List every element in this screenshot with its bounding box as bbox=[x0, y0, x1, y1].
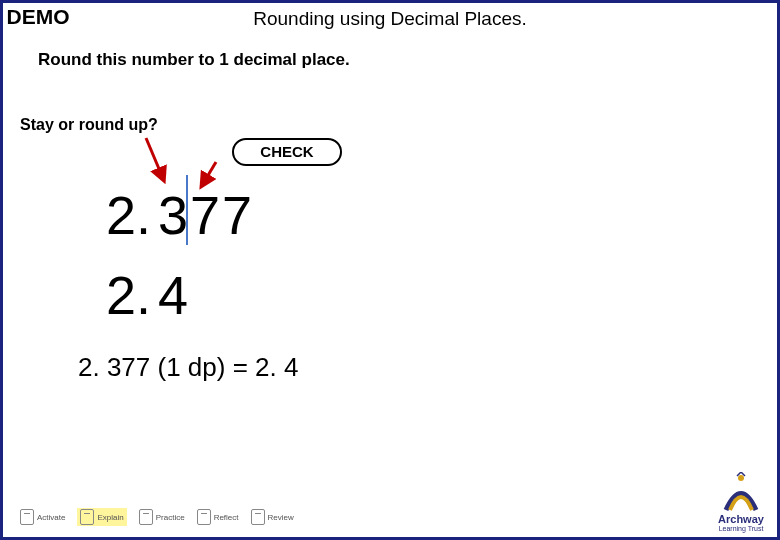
digit-hundredths: 7 bbox=[190, 184, 222, 246]
hint-text: Stay or round up? bbox=[20, 116, 158, 134]
decimal-point: . bbox=[136, 184, 152, 246]
final-statement: 2. 377 (1 dp) = 2. 4 bbox=[78, 352, 298, 383]
svg-point-2 bbox=[738, 475, 744, 481]
doc-icon bbox=[80, 509, 94, 525]
rounded-dot: . bbox=[136, 264, 152, 326]
step-reflect: Reflect bbox=[197, 509, 239, 525]
svg-line-1 bbox=[204, 162, 216, 182]
rounded-tenths: 4 bbox=[158, 264, 190, 326]
logo-name: Archway bbox=[716, 514, 766, 525]
rounded-whole: 2 bbox=[106, 264, 136, 326]
svg-line-0 bbox=[146, 138, 162, 176]
step-review: Review bbox=[251, 509, 294, 525]
doc-icon bbox=[139, 509, 153, 525]
original-number: 2.377 bbox=[106, 184, 254, 246]
digit-whole: 2 bbox=[106, 184, 136, 246]
digit-thousandths: 7 bbox=[222, 184, 254, 246]
archway-logo: Archway Learning Trust bbox=[716, 472, 766, 532]
page-title: Rounding using Decimal Places. bbox=[0, 8, 780, 30]
footer-steps: Activate Explain Practice Reflect Review bbox=[20, 508, 294, 526]
doc-icon bbox=[197, 509, 211, 525]
arrow-stay-icon bbox=[140, 134, 170, 184]
instruction-text: Round this number to 1 decimal place. bbox=[38, 50, 350, 70]
arch-icon bbox=[716, 472, 766, 512]
logo-sub: Learning Trust bbox=[716, 525, 766, 532]
step-explain: Explain bbox=[77, 508, 126, 526]
digit-tenths: 3 bbox=[158, 184, 190, 246]
step-activate: Activate bbox=[20, 509, 65, 525]
rounded-number: 2.4 bbox=[106, 264, 190, 326]
check-button[interactable]: CHECK bbox=[232, 138, 342, 166]
doc-icon bbox=[20, 509, 34, 525]
doc-icon bbox=[251, 509, 265, 525]
step-practice: Practice bbox=[139, 509, 185, 525]
